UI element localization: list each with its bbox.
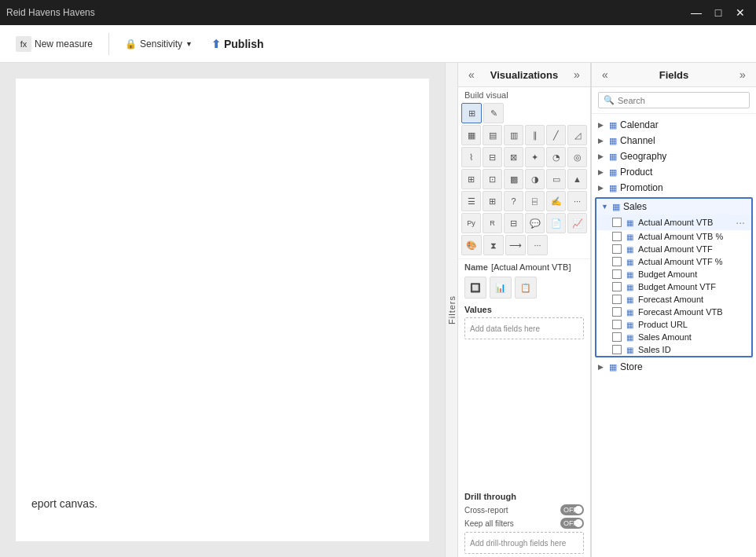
canvas-text: eport canvas. — [31, 497, 97, 510]
vis-icon-area[interactable]: ◿ — [567, 125, 587, 145]
field-checkbox-sales-id[interactable] — [612, 345, 622, 354]
sales-group-name: Sales — [623, 201, 647, 212]
vis-format-icon-3[interactable]: 📋 — [515, 277, 537, 299]
vis-icon-sparkline[interactable]: 📈 — [567, 213, 587, 233]
vis-icon-python[interactable]: Py — [461, 213, 481, 233]
sensitivity-button[interactable]: 🔒 Sensitivity ▼ — [119, 35, 199, 53]
vis-icon-waterfall[interactable]: ⊟ — [483, 147, 502, 167]
field-checkbox-sales-amount[interactable] — [612, 332, 622, 342]
fields-panel-expand-button[interactable]: » — [736, 68, 750, 82]
vis-icon-funnel[interactable]: ⊠ — [504, 147, 523, 167]
vis-panel-collapse-button[interactable]: « — [464, 68, 479, 82]
drill-title: Drill through — [464, 492, 584, 501]
field-checkbox-product-url[interactable] — [612, 320, 622, 329]
vis-icon-slicer[interactable]: ☰ — [461, 191, 481, 211]
chevron-right-icon: ▶ — [598, 363, 606, 371]
vis-icon-line[interactable]: ╱ — [546, 125, 566, 145]
field-group-channel[interactable]: ▶ ▦ Channel — [592, 133, 756, 148]
field-item-product-url[interactable]: ▦ Product URL — [596, 318, 751, 331]
vis-icon-scatter[interactable]: ✦ — [525, 147, 545, 167]
field-item-budget-amount[interactable]: ▦ Budget Amount — [596, 268, 751, 280]
field-name-budget-amount-vtf: Budget Amount VTF — [638, 282, 745, 291]
vis-icon-matrix[interactable]: ⊞ — [483, 191, 502, 211]
vis-icon-ribbon[interactable]: ⌇ — [461, 147, 481, 167]
field-group-calendar[interactable]: ▶ ▦ Calendar — [592, 117, 756, 133]
build-visual-label: Build visual — [458, 87, 590, 101]
chevron-right-icon: ▶ — [598, 121, 606, 129]
vis-icon-r[interactable]: R — [483, 213, 502, 233]
search-input[interactable] — [618, 96, 744, 105]
field-checkbox-budget-amount[interactable] — [612, 269, 622, 279]
visualizations-header: « Visualizations » — [458, 63, 590, 87]
vis-icon-table[interactable]: ⊞ — [461, 103, 482, 123]
vis-icon-gauge[interactable]: ◑ — [525, 169, 545, 189]
add-drill-zone[interactable]: Add drill-through fields here — [464, 532, 584, 554]
field-checkbox-budget-amount-vtf[interactable] — [612, 282, 622, 291]
field-checkbox-forecast-amount-vtb[interactable] — [612, 307, 622, 317]
vis-icon-pie[interactable]: ◔ — [546, 147, 566, 167]
field-item-actual-amount-vtf-pct[interactable]: ▦ Actual Amount VTF % — [596, 255, 751, 268]
vis-icon-pencil[interactable]: ✎ — [483, 103, 504, 123]
field-name-product-url: Product URL — [638, 320, 745, 329]
vis-icon-donut[interactable]: ◎ — [567, 147, 587, 167]
geography-group-icon: ▦ — [609, 152, 617, 162]
vis-icon-paginated[interactable]: 📄 — [546, 213, 566, 233]
field-group-geography[interactable]: ▶ ▦ Geography — [592, 148, 756, 164]
cross-report-toggle[interactable]: OFF — [560, 504, 584, 515]
field-group-store[interactable]: ▶ ▦ Store — [592, 359, 756, 375]
vis-icon-flow[interactable]: ⟶ — [505, 235, 526, 255]
field-type-icon: ▦ — [626, 295, 633, 304]
vis-icon-ellipsis[interactable]: ··· — [527, 235, 548, 255]
field-more-icon[interactable]: ··· — [736, 216, 745, 229]
field-item-forecast-amount[interactable]: ▦ Forecast Amount — [596, 293, 751, 306]
field-name-budget-amount: Budget Amount — [638, 269, 745, 279]
vis-icon-bar[interactable]: ▦ — [461, 125, 481, 145]
vis-icon-stacked-bar[interactable]: ▤ — [483, 125, 502, 145]
vis-icon-narrative[interactable]: ✍ — [546, 191, 566, 211]
publish-button[interactable]: ⬆ Publish — [205, 35, 270, 53]
vis-icon-filled-map[interactable]: ▩ — [504, 169, 523, 189]
maximize-button[interactable]: □ — [709, 3, 728, 22]
values-drop-zone[interactable]: Add data fields here — [464, 317, 584, 339]
vis-format-icon-2[interactable]: 📊 — [490, 277, 512, 299]
toolbar: fx New measure 🔒 Sensitivity ▼ ⬆ Publish — [0, 25, 756, 63]
vis-icon-card[interactable]: ▭ — [546, 169, 566, 189]
vis-icon-map[interactable]: ⊡ — [483, 169, 502, 189]
field-item-sales-id[interactable]: ▦ Sales ID — [596, 343, 751, 356]
vis-icon-more[interactable]: ··· — [567, 191, 587, 211]
field-item-sales-amount[interactable]: ▦ Sales Amount — [596, 331, 751, 343]
store-group-name: Store — [620, 361, 643, 372]
close-button[interactable]: ✕ — [731, 3, 750, 22]
vis-format-icon-1[interactable]: 🔲 — [464, 277, 486, 299]
vis-icon-filter2[interactable]: ⧗ — [483, 235, 504, 255]
vis-icon-100-bar[interactable]: ▥ — [504, 125, 523, 145]
field-item-actual-amount-vtb[interactable]: ▦ Actual Amount VTB ··· — [596, 214, 751, 230]
vis-icon-decomp2[interactable]: ⊟ — [504, 213, 523, 233]
field-checkbox-forecast-amount[interactable] — [612, 295, 622, 304]
field-group-promotion[interactable]: ▶ ▦ Promotion — [592, 180, 756, 196]
field-group-product[interactable]: ▶ ▦ Product — [592, 164, 756, 180]
vis-icon-color[interactable]: 🎨 — [461, 235, 482, 255]
field-item-budget-amount-vtf[interactable]: ▦ Budget Amount VTF — [596, 280, 751, 293]
fields-panel-collapse-button[interactable]: « — [598, 68, 612, 82]
field-checkbox-actual-amount-vtb[interactable] — [612, 218, 622, 227]
keep-filters-toggle[interactable]: OFF — [560, 518, 584, 529]
vis-icon-kpi[interactable]: ▲ — [567, 169, 587, 189]
vis-icon-treemap[interactable]: ⊞ — [461, 169, 481, 189]
field-checkbox-actual-amount-vtb-pct[interactable] — [612, 232, 622, 241]
field-item-forecast-amount-vtb[interactable]: ▦ Forecast Amount VTB — [596, 306, 751, 318]
field-checkbox-actual-amount-vtf-pct[interactable] — [612, 257, 622, 266]
new-measure-button[interactable]: fx New measure — [9, 33, 99, 55]
vis-icon-qna[interactable]: ? — [504, 191, 523, 211]
drill-section: Drill through Cross-report OFF Keep all … — [458, 489, 590, 557]
field-checkbox-actual-amount-vtf[interactable] — [612, 244, 622, 254]
vis-panel-expand-button[interactable]: » — [570, 68, 584, 82]
canvas-area: eport canvas. — [0, 63, 445, 557]
field-item-actual-amount-vtb-pct[interactable]: ▦ Actual Amount VTB % — [596, 230, 751, 243]
field-item-actual-amount-vtf[interactable]: ▦ Actual Amount VTF — [596, 243, 751, 255]
minimize-button[interactable]: — — [687, 3, 706, 22]
vis-icon-decomp[interactable]: ⌸ — [525, 191, 545, 211]
sales-group-header[interactable]: ▼ ▦ Sales — [596, 199, 751, 214]
vis-icon-bar-vert[interactable]: ∥ — [525, 125, 545, 145]
vis-icon-bubble[interactable]: 💬 — [525, 213, 545, 233]
